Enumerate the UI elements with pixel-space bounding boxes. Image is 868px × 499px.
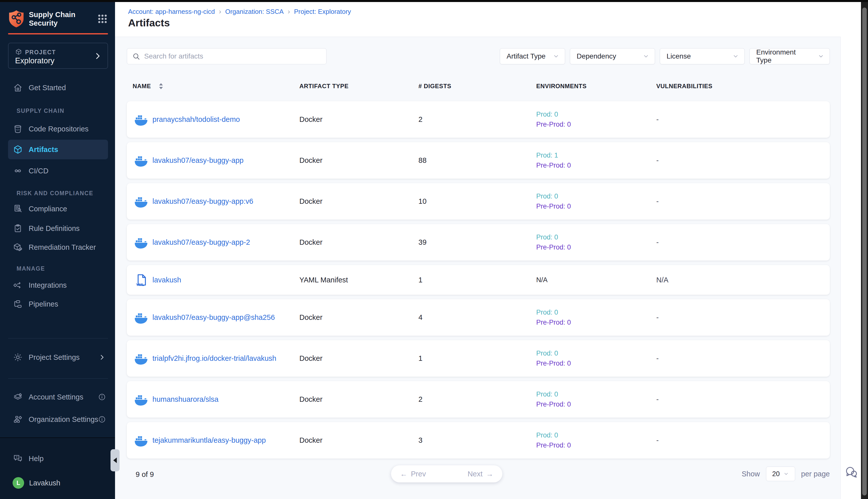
breadcrumb-account-link[interactable]: Account: app-harness-ng-cicd — [128, 8, 215, 15]
table-row: humanshuarora/slsa Docker 2 Prod: 0 Pre-… — [127, 381, 830, 417]
filter-artifact-type[interactable]: Artifact Type — [500, 48, 565, 64]
artifact-name-link[interactable]: lavakush07/easy-buggy-app-2 — [152, 238, 250, 246]
env-prod-link[interactable]: Prod: 0 — [536, 193, 656, 200]
current-page-button[interactable]: 1 — [435, 465, 459, 483]
show-label: Show — [742, 470, 760, 478]
avatar: L — [13, 477, 24, 489]
chat-question-icon: ? — [13, 453, 23, 464]
env-prod-link[interactable]: Prod: 0 — [536, 390, 656, 398]
column-header-name[interactable]: NAME — [133, 82, 299, 90]
scrollbar-thumb[interactable] — [862, 8, 867, 496]
artifact-type-cell: Docker — [299, 156, 419, 165]
artifact-name-link[interactable]: lavakush07/easy-buggy-app:v6 — [152, 197, 253, 206]
artifact-name-link[interactable]: lavakush07/easy-buggy-app — [152, 156, 244, 165]
info-icon — [98, 393, 106, 401]
chevron-down-icon — [643, 53, 649, 60]
artifact-list: pranaycshah/todolist-demo Docker 2 Prod:… — [127, 101, 830, 459]
env-preprod-link[interactable]: Pre-Prod: 0 — [536, 401, 656, 408]
filter-dependency[interactable]: Dependency — [570, 48, 655, 64]
sort-icon[interactable] — [158, 82, 164, 90]
project-selector[interactable]: PROJECT Exploratory — [8, 43, 108, 69]
digests-cell: 3 — [419, 436, 536, 445]
column-header-artifact-type: ARTIFACT TYPE — [299, 83, 419, 90]
divider — [8, 378, 108, 379]
artifact-name-link[interactable]: lavakush07/easy-buggy-app@sha256 — [152, 313, 275, 321]
breadcrumb-separator: › — [219, 8, 221, 15]
column-header-vulnerabilities: VULNERABILITIES — [656, 83, 830, 90]
digests-cell: 2 — [419, 115, 536, 124]
next-page-button[interactable]: Next → — [459, 465, 503, 483]
env-prod-link[interactable]: Prod: 1 — [536, 151, 656, 159]
breadcrumb-project-link[interactable]: Project: Exploratory — [294, 8, 351, 15]
section-header-supply-chain: SUPPLY CHAIN — [16, 108, 64, 114]
chat-support-icon[interactable] — [843, 465, 857, 479]
search-input[interactable] — [144, 52, 321, 60]
sidebar-item-compliance[interactable]: Compliance — [0, 199, 115, 218]
env-prod-link[interactable]: Prod: 0 — [536, 308, 656, 316]
env-preprod-link[interactable]: Pre-Prod: 0 — [536, 121, 656, 129]
table-row: lavakush07/easy-buggy-app:v6 Docker 10 P… — [127, 183, 830, 220]
vulnerabilities-cell: - — [656, 313, 830, 321]
artifact-name-link[interactable]: pranaycshah/todolist-demo — [152, 115, 240, 124]
env-prod-link[interactable]: Prod: 0 — [536, 233, 656, 241]
artifact-type-cell: Docker — [299, 197, 419, 206]
table-row: lavakush07/easy-buggy-app@sha256 Docker … — [127, 299, 830, 336]
project-name: Exploratory — [15, 56, 54, 65]
artifacts-panel: Artifact Type Dependency License Environ… — [115, 37, 841, 499]
env-prod-link[interactable]: Prod: 0 — [536, 431, 656, 439]
prev-page-button[interactable]: ← Prev — [391, 465, 435, 483]
artifact-type-cell: Docker — [299, 436, 419, 445]
env-prod-link[interactable]: Prod: 0 — [536, 111, 656, 118]
sidebar-item-integrations[interactable]: Integrations — [0, 276, 115, 294]
env-preprod-link[interactable]: Pre-Prod: 0 — [536, 161, 656, 169]
artifact-name-link[interactable]: humanshuarora/slsa — [152, 395, 219, 403]
artifact-name-link[interactable]: trialpfv2hi.jfrog.io/docker-trial/lavaku… — [152, 354, 276, 363]
vulnerabilities-cell: - — [656, 197, 830, 206]
org-gear-icon — [13, 414, 23, 425]
breadcrumb: Account: app-harness-ng-cicd › Organizat… — [128, 8, 351, 15]
env-preprod-link[interactable]: Pre-Prod: 0 — [536, 243, 656, 251]
sidebar-item-project-settings[interactable]: Project Settings — [0, 348, 115, 367]
sidebar-item-organization-settings[interactable]: Organization Settings — [0, 410, 115, 429]
collapse-arrow-icon — [113, 458, 117, 463]
page-size-select[interactable]: 20 — [766, 466, 795, 481]
column-header-environments: ENVIRONMENTS — [536, 83, 656, 90]
environments-cell: Prod: 0 Pre-Prod: 0 — [536, 193, 656, 210]
search-box — [127, 48, 326, 64]
box-pill-icon — [13, 242, 23, 253]
sidebar-item-rule-definitions[interactable]: Rule Definitions — [0, 219, 115, 238]
digests-cell: 1 — [419, 276, 536, 284]
environments-cell: Prod: 1 Pre-Prod: 0 — [536, 151, 656, 169]
artifact-name-link[interactable]: lavakush — [152, 276, 181, 284]
table-row: trialpfv2hi.jfrog.io/docker-trial/lavaku… — [127, 340, 830, 377]
filter-environment-type[interactable]: Environment Type — [749, 48, 830, 64]
sidebar-collapse-toggle[interactable] — [111, 449, 120, 471]
breadcrumb-organization-link[interactable]: Organization: SSCA — [225, 8, 284, 15]
vulnerabilities-cell: - — [656, 156, 830, 165]
sidebar-item-pipelines[interactable]: Pipelines — [0, 295, 115, 313]
docker-icon — [134, 310, 148, 325]
section-header-risk-compliance: RISK AND COMPLIANCE — [16, 190, 94, 197]
artifact-name-link[interactable]: tejakummarikuntla/easy-buggy-app — [152, 436, 266, 445]
sidebar-item-account-settings[interactable]: Account Settings — [0, 388, 115, 406]
env-preprod-link[interactable]: Pre-Prod: 0 — [536, 441, 656, 449]
sidebar-item-remediation-tracker[interactable]: Remediation Tracker — [0, 238, 115, 257]
sidebar-item-get-started[interactable]: Get Started — [0, 78, 115, 97]
filter-license[interactable]: License — [660, 48, 745, 64]
sidebar-item-cicd[interactable]: CI/CD — [0, 161, 115, 180]
env-preprod-link[interactable]: Pre-Prod: 0 — [536, 360, 656, 367]
env-prod-link[interactable]: Prod: 0 — [536, 350, 656, 357]
env-preprod-link[interactable]: Pre-Prod: 0 — [536, 203, 656, 210]
svg-text:</>: </> — [16, 129, 20, 131]
sidebar-item-help[interactable]: ? Help — [0, 449, 115, 468]
scrollbar[interactable] — [861, 0, 868, 499]
table-header: NAME ARTIFACT TYPE # DIGESTS ENVIRONMENT… — [127, 80, 830, 93]
app-title: Supply Chain Security — [29, 10, 77, 27]
user-profile[interactable]: L Lavakush — [0, 474, 115, 492]
sidebar-item-code-repositories[interactable]: </> Code Repositories — [0, 120, 115, 138]
env-preprod-link[interactable]: Pre-Prod: 0 — [536, 319, 656, 326]
svg-text:?: ? — [16, 455, 17, 459]
module-grid-icon[interactable] — [97, 13, 108, 24]
vulnerabilities-cell: - — [656, 238, 830, 246]
sidebar-item-artifacts[interactable]: Artifacts — [0, 140, 115, 159]
